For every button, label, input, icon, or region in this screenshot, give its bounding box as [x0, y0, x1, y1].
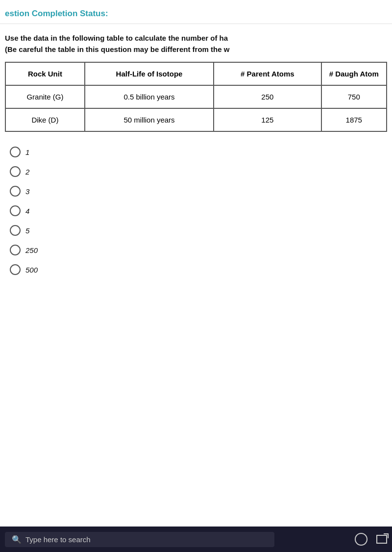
radio-circle-1[interactable] — [10, 147, 21, 157]
options-section: 1 2 3 4 5 250 500 — [0, 141, 392, 289]
table-row: Granite (G) 0.5 billion years 250 750 — [5, 85, 387, 108]
option-500[interactable]: 500 — [10, 264, 382, 275]
granite-half-life: 0.5 billion years — [85, 85, 214, 108]
option-label-1: 1 — [25, 148, 29, 156]
instruction-line2: (Be careful the table in this question m… — [5, 44, 387, 55]
page-wrapper: estion Completion Status: Use the data i… — [0, 0, 392, 552]
option-2[interactable]: 2 — [10, 166, 382, 177]
option-5[interactable]: 5 — [10, 225, 382, 236]
windows-circle-icon[interactable] — [355, 533, 368, 546]
col-half-life: Half-Life of Isotope — [85, 62, 214, 85]
col-daughter-atoms: # Daugh Atom — [321, 62, 387, 85]
taskbar: 🔍 Type here to search — [0, 527, 392, 552]
granite-rock-unit: Granite (G) — [5, 85, 85, 108]
option-label-3: 3 — [25, 187, 29, 196]
option-label-500: 500 — [25, 266, 38, 274]
option-label-5: 5 — [25, 226, 29, 235]
option-label-2: 2 — [25, 168, 29, 176]
table-wrapper: Rock Unit Half-Life of Isotope # Parent … — [0, 62, 392, 141]
radio-circle-4[interactable] — [10, 205, 21, 216]
search-input-text[interactable]: Type here to search — [25, 535, 91, 544]
radio-circle-3[interactable] — [10, 186, 21, 197]
granite-parent-atoms: 250 — [214, 85, 321, 108]
option-1[interactable]: 1 — [10, 147, 382, 157]
dike-rock-unit: Dike (D) — [5, 108, 85, 131]
data-table: Rock Unit Half-Life of Isotope # Parent … — [5, 62, 387, 132]
instruction-line1: Use the data in the following table to c… — [5, 33, 387, 44]
instructions: Use the data in the following table to c… — [0, 24, 392, 62]
table-header-row: Rock Unit Half-Life of Isotope # Parent … — [5, 62, 387, 85]
col-parent-atoms: # Parent Atoms — [214, 62, 321, 85]
col-rock-unit: Rock Unit — [5, 62, 85, 85]
dike-daughter-atoms: 1875 — [321, 108, 387, 131]
table-row: Dike (D) 50 million years 125 1875 — [5, 108, 387, 131]
option-label-4: 4 — [25, 207, 29, 215]
dike-half-life: 50 million years — [85, 108, 214, 131]
radio-circle-250[interactable] — [10, 245, 21, 255]
radio-circle-500[interactable] — [10, 264, 21, 275]
task-view-icon[interactable] — [376, 535, 387, 544]
taskbar-icons — [355, 533, 387, 546]
option-3[interactable]: 3 — [10, 186, 382, 197]
dike-parent-atoms: 125 — [214, 108, 321, 131]
question-status: estion Completion Status: — [0, 0, 392, 24]
status-label: estion Completion Status: — [5, 9, 108, 18]
option-250[interactable]: 250 — [10, 245, 382, 255]
granite-daughter-atoms: 750 — [321, 85, 387, 108]
radio-circle-2[interactable] — [10, 166, 21, 177]
option-label-250: 250 — [25, 246, 38, 254]
search-bar[interactable]: 🔍 Type here to search — [5, 532, 274, 547]
option-4[interactable]: 4 — [10, 205, 382, 216]
search-icon: 🔍 — [12, 535, 22, 544]
radio-circle-5[interactable] — [10, 225, 21, 236]
